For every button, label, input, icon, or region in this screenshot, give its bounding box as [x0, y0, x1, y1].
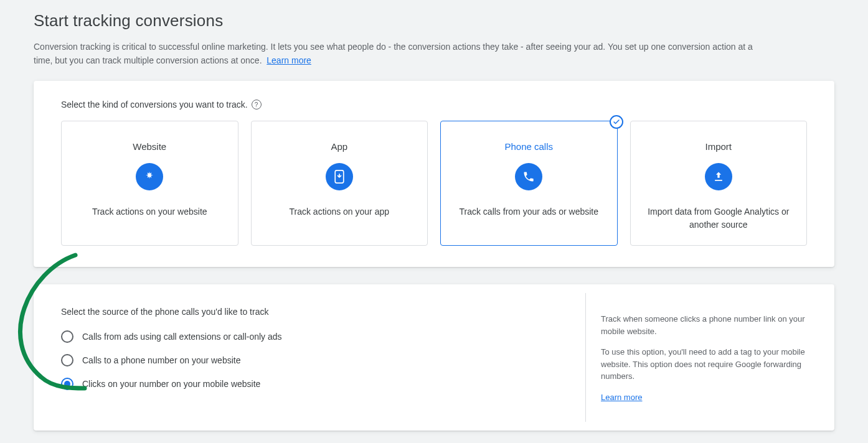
check-badge-icon: [610, 115, 623, 129]
source-option-call-extensions[interactable]: Calls from ads using call extensions or …: [61, 330, 558, 343]
type-prompt: Select the kind of conversions you want …: [61, 100, 248, 110]
source-prompt: Select the source of the phone calls you…: [61, 307, 558, 317]
type-desc: Track calls from your ads or website: [459, 205, 598, 218]
source-option-mobile-clicks[interactable]: Clicks on your number on your mobile web…: [61, 378, 558, 390]
type-title: Import: [705, 141, 732, 152]
radio-label: Calls from ads using call extensions or …: [82, 332, 282, 342]
intro-body: Conversion tracking is critical to succe…: [34, 42, 753, 65]
type-title: Website: [133, 141, 166, 152]
intro-text: Conversion tracking is critical to succe…: [34, 40, 768, 67]
type-option-website[interactable]: Website Track actions on your website: [61, 121, 238, 246]
phone-icon: [515, 163, 542, 190]
call-source-card: Select the source of the phone calls you…: [34, 284, 834, 431]
smartphone-icon: [326, 163, 353, 190]
radio-icon: [61, 378, 73, 390]
cursor-click-icon: [136, 163, 163, 190]
intro-learn-more-link[interactable]: Learn more: [267, 55, 311, 65]
type-desc: Import data from Google Analytics or ano…: [642, 205, 796, 231]
type-option-import[interactable]: Import Import data from Google Analytics…: [630, 121, 808, 246]
source-info-panel: Track when someone clicks a phone number…: [585, 293, 834, 422]
conversion-type-card: Select the kind of conversions you want …: [34, 81, 834, 267]
radio-icon: [61, 330, 73, 343]
info-p1: Track when someone clicks a phone number…: [601, 313, 816, 337]
radio-icon: [61, 354, 73, 366]
type-grid: Website Track actions on your website Ap…: [61, 121, 807, 246]
help-icon[interactable]: ?: [252, 100, 262, 110]
source-option-website-number[interactable]: Calls to a phone number on your website: [61, 354, 558, 366]
type-desc: Track actions on your app: [289, 205, 389, 218]
radio-label: Clicks on your number on your mobile web…: [82, 379, 260, 389]
radio-label: Calls to a phone number on your website: [82, 355, 240, 365]
upload-icon: [705, 163, 732, 190]
type-title: App: [331, 141, 347, 152]
info-learn-more-link[interactable]: Learn more: [601, 393, 642, 402]
type-desc: Track actions on your website: [92, 205, 207, 218]
info-p2: To use this option, you'll need to add a…: [601, 346, 816, 383]
page-title: Start tracking conversions: [34, 11, 834, 30]
type-option-phone-calls[interactable]: Phone calls Track calls from your ads or…: [440, 121, 618, 246]
type-title: Phone calls: [504, 141, 553, 152]
type-option-app[interactable]: App Track actions on your app: [251, 121, 428, 246]
